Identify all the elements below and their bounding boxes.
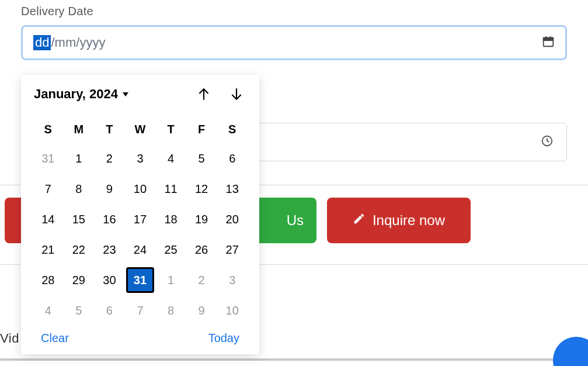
day-cell[interactable]: 1 [155, 265, 186, 295]
day-cell[interactable]: 1 [64, 143, 95, 174]
day-header: W [125, 119, 156, 140]
next-month-button[interactable] [229, 87, 244, 102]
day-header: F [186, 119, 217, 140]
chevron-down-icon [123, 92, 128, 96]
date-dd-segment[interactable]: dd [33, 35, 51, 50]
day-header: M [64, 119, 95, 140]
day-header: S [33, 119, 64, 140]
date-mm-segment[interactable]: mm [55, 35, 76, 50]
day-cell[interactable]: 9 [186, 295, 217, 326]
day-cell[interactable]: 4 [33, 295, 64, 326]
day-cell[interactable]: 3 [125, 143, 156, 174]
partial-heading: Vid [0, 331, 19, 346]
day-cell[interactable]: 10 [125, 174, 156, 204]
calendar-icon[interactable] [542, 35, 555, 50]
day-header: T [155, 119, 186, 140]
day-cell[interactable]: 9 [94, 174, 125, 204]
day-cell[interactable]: 19 [186, 204, 217, 234]
date-input-text[interactable]: dd/mm/yyyy [33, 35, 542, 50]
day-cell[interactable]: 2 [94, 143, 125, 174]
month-year-selector[interactable]: January, 2024 [34, 87, 128, 102]
day-cell[interactable]: 16 [94, 204, 125, 234]
floating-action-button[interactable] [553, 337, 588, 366]
date-yyyy-segment[interactable]: yyyy [79, 35, 105, 50]
day-cell[interactable]: 14 [33, 204, 64, 234]
day-cell[interactable]: 26 [186, 234, 217, 265]
day-cell[interactable]: 24 [125, 234, 156, 265]
day-cell[interactable]: 20 [217, 204, 248, 234]
prev-month-button[interactable] [196, 87, 211, 102]
day-cell[interactable]: 8 [155, 295, 186, 326]
delivery-date-input[interactable]: dd/mm/yyyy [21, 25, 567, 60]
day-cell[interactable]: 22 [64, 234, 95, 265]
day-cell[interactable]: 31 [125, 265, 156, 295]
day-cell[interactable]: 13 [217, 174, 248, 204]
day-cell[interactable]: 6 [94, 295, 125, 326]
day-cell[interactable]: 31 [33, 143, 64, 174]
day-header: S [217, 119, 248, 140]
svg-rect-1 [544, 38, 554, 41]
today-button[interactable]: Today [208, 332, 239, 345]
day-header: T [94, 119, 125, 140]
bottom-bar [0, 358, 588, 361]
day-cell[interactable]: 4 [155, 143, 186, 174]
inquire-now-button[interactable]: Inquire now [327, 198, 471, 243]
day-cell[interactable]: 21 [33, 234, 64, 265]
delivery-date-label: Delivery Date [21, 5, 567, 18]
day-cell[interactable]: 29 [64, 265, 95, 295]
day-cell[interactable]: 11 [155, 174, 186, 204]
day-cell[interactable]: 2 [186, 265, 217, 295]
day-cell[interactable]: 12 [186, 174, 217, 204]
day-cell[interactable]: 6 [217, 143, 248, 174]
day-cell[interactable]: 15 [64, 204, 95, 234]
day-cell[interactable]: 27 [217, 234, 248, 265]
day-cell[interactable]: 7 [33, 174, 64, 204]
day-cell[interactable]: 7 [125, 295, 156, 326]
day-cell[interactable]: 23 [94, 234, 125, 265]
day-cell[interactable]: 30 [94, 265, 125, 295]
day-cell[interactable]: 3 [217, 265, 248, 295]
clock-icon[interactable] [541, 134, 554, 150]
clear-button[interactable]: Clear [41, 332, 69, 345]
day-cell[interactable]: 18 [155, 204, 186, 234]
day-cell[interactable]: 17 [125, 204, 156, 234]
day-cell[interactable]: 28 [33, 265, 64, 295]
edit-icon [353, 212, 366, 229]
day-cell[interactable]: 5 [186, 143, 217, 174]
day-cell[interactable]: 8 [64, 174, 95, 204]
day-cell[interactable]: 25 [155, 234, 186, 265]
day-cell[interactable]: 5 [64, 295, 95, 326]
date-picker-popup: January, 2024 SMTWTFS 311234567891011121… [21, 75, 259, 354]
day-cell[interactable]: 10 [217, 295, 248, 326]
